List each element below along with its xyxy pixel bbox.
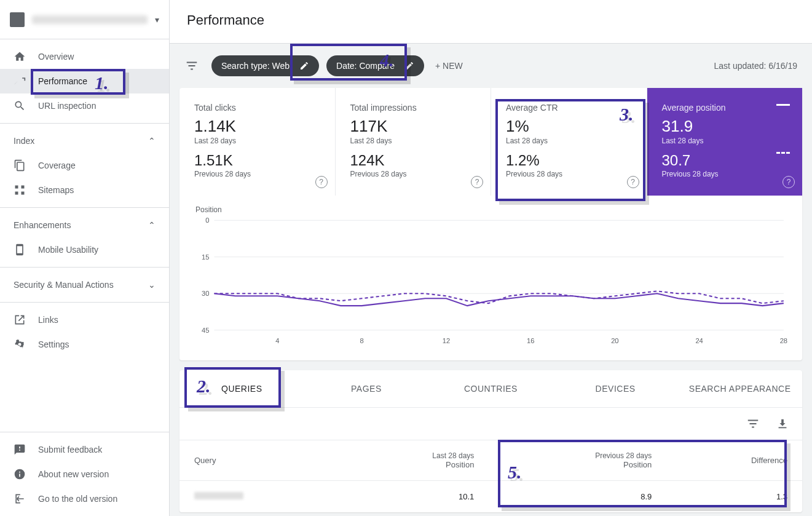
sidebar-item-old-version[interactable]: Go to the old version [0,486,169,511]
sidebar-item-sitemaps[interactable]: Sitemaps [0,178,169,202]
nav-section-security: Security & Manual Actions ⌄ [0,268,169,303]
metric-average-position[interactable]: Average position 31.9 Last 28 days 30.7 … [647,88,803,196]
trending-icon [14,75,26,87]
sitemap-icon [14,184,26,196]
sidebar-item-performance[interactable]: Performance [0,69,169,93]
sidebar-item-label: Mobile Usability [38,245,98,255]
nav-section-index: Index ⌃ Coverage Sitemaps [0,124,169,208]
nav-section-enhancements: Enhancements ⌃ Mobile Usability [0,208,169,268]
search-type-chip[interactable]: Search type: Web [211,55,319,76]
help-icon[interactable]: ? [471,176,483,188]
chart-y-axis-label: Position [195,205,790,214]
svg-text:4: 4 [275,337,279,344]
col-last-position[interactable]: Last 28 daysPosition [342,440,489,480]
search-icon [14,100,26,112]
info-icon [14,468,26,480]
table-toolbar [179,408,802,440]
sidebar: ▾ Overview Performance URL inspection In… [0,0,170,516]
tab-pages[interactable]: PAGES [304,370,429,407]
chevron-down-icon: ▾ [155,15,159,25]
page-title: Performance [187,12,795,28]
pencil-icon [401,57,418,74]
chip-label: Search type: Web [221,61,290,71]
filter-toolbar: Search type: Web Date: Compare + NEW Las… [179,44,802,88]
section-title-index[interactable]: Index ⌃ [0,129,169,153]
table-row[interactable]: 10.1 8.9 1.3 [179,480,802,512]
tab-devices[interactable]: DEVICES [553,370,678,407]
nav-section-main: Overview Performance URL inspection [0,39,169,124]
sidebar-item-label: Go to the old version [38,494,117,504]
chevron-up-icon: ⌃ [148,136,156,146]
phone-icon [14,244,26,256]
metric-total-impressions[interactable]: Total impressions 117K Last 28 days 124K… [336,88,492,196]
home-icon [14,50,26,63]
section-title-enhancements[interactable]: Enhancements ⌃ [0,213,169,237]
tab-search-appearance[interactable]: SEARCH APPEARANCE [677,370,802,407]
tabs-card: QUERIES PAGES COUNTRIES DEVICES SEARCH A… [179,370,802,512]
svg-text:12: 12 [443,337,450,344]
property-selector[interactable]: ▾ [0,0,169,39]
main: Performance Search type: Web Date: Compa… [170,0,812,516]
sidebar-item-label: URL inspection [38,101,96,111]
sidebar-item-label: Overview [38,52,74,62]
table-filter-icon[interactable] [746,416,760,431]
svg-text:45: 45 [202,327,209,334]
nav-section-links: Links Settings [0,303,169,362]
sidebar-item-overview[interactable]: Overview [0,44,169,69]
sidebar-item-coverage[interactable]: Coverage [0,153,169,178]
position-chart: 0153045481216202428 [192,216,790,346]
col-query[interactable]: Query [179,440,342,480]
col-difference[interactable]: Difference [666,440,802,480]
gear-icon [14,338,26,351]
annotation-label-1: 1. [95,73,109,93]
cell-prev-position: 8.9 [489,480,666,512]
help-icon[interactable]: ? [627,176,639,188]
svg-text:20: 20 [611,337,618,344]
sidebar-bottom: Submit feedback About new version Go to … [0,432,169,516]
sidebar-item-label: Submit feedback [38,445,102,454]
property-name [32,15,148,24]
sidebar-item-label: Sitemaps [38,185,74,195]
cell-difference: 1.3 [666,480,802,512]
svg-text:0: 0 [205,216,209,224]
sidebar-item-links[interactable]: Links [0,308,169,332]
annotation-label-2: 2. [197,376,211,397]
annotation-label-5: 5. [508,462,522,483]
date-compare-chip[interactable]: Date: Compare [326,55,424,76]
sidebar-item-feedback[interactable]: Submit feedback [0,437,169,462]
svg-text:24: 24 [695,337,703,344]
svg-text:28: 28 [780,337,787,344]
tabs-row: QUERIES PAGES COUNTRIES DEVICES SEARCH A… [179,370,802,408]
chart-area: Position 0153045481216202428 [179,196,802,360]
tab-countries[interactable]: COUNTRIES [428,370,553,407]
sidebar-item-settings[interactable]: Settings [0,332,169,357]
sidebar-item-about[interactable]: About new version [0,462,169,486]
property-logo-icon [10,12,25,27]
svg-text:16: 16 [527,337,534,344]
help-icon[interactable]: ? [315,176,328,188]
exit-icon [14,493,26,505]
sidebar-item-label: Links [38,315,58,325]
queries-table: Query Last 28 daysPosition Previous 28 d… [179,440,802,512]
help-icon[interactable]: ? [782,176,795,188]
legend-dashed-line-icon [776,152,790,154]
filter-icon[interactable] [179,54,204,78]
metrics-card: Total clicks 1.14K Last 28 days 1.51K Pr… [179,88,802,360]
legend-solid-line-icon [776,104,790,106]
download-icon[interactable] [775,416,790,431]
section-title-security[interactable]: Security & Manual Actions ⌄ [0,272,169,297]
page-header: Performance [170,0,812,44]
content-area: Search type: Web Date: Compare + NEW Las… [170,44,812,516]
cell-last-position: 10.1 [342,480,489,512]
add-filter-button[interactable]: + NEW [435,61,463,71]
sidebar-item-mobile-usability[interactable]: Mobile Usability [0,237,169,262]
sidebar-item-label: Coverage [38,161,76,170]
sidebar-item-label: Performance [38,76,87,86]
svg-text:30: 30 [202,290,209,297]
metric-total-clicks[interactable]: Total clicks 1.14K Last 28 days 1.51K Pr… [179,88,336,196]
query-text-blurred [194,492,243,499]
chevron-up-icon: ⌃ [148,220,156,230]
svg-text:8: 8 [360,337,364,344]
sidebar-item-url-inspection[interactable]: URL inspection [0,93,169,118]
link-icon [14,314,26,326]
